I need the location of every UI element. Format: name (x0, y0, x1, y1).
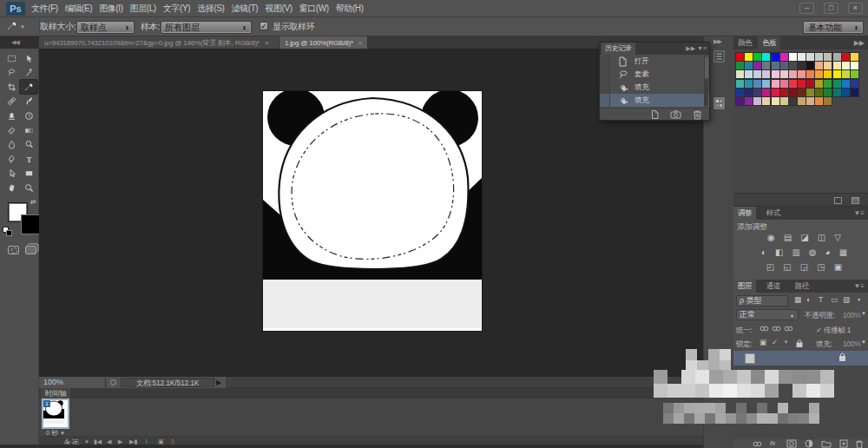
color-swatch[interactable] (753, 53, 761, 61)
pen-tool[interactable] (3, 152, 20, 166)
exposure-adjustment-icon[interactable]: ◫ (818, 232, 825, 243)
tab-close-icon[interactable]: × (265, 39, 268, 47)
add-mask-icon[interactable] (786, 439, 797, 448)
color-swatch[interactable] (736, 89, 744, 96)
color-swatch[interactable] (806, 89, 814, 96)
document-canvas[interactable] (263, 91, 482, 331)
lock-position-icon[interactable]: + (784, 338, 788, 346)
threshold-adjustment-icon[interactable]: ◲ (800, 261, 808, 273)
animation-frame-thumbnail[interactable]: 1 (43, 400, 68, 427)
color-swatch[interactable] (851, 62, 858, 69)
tab-styles[interactable]: 样式 (762, 207, 785, 220)
history-item-3[interactable]: 填充 (600, 94, 709, 107)
adjustments-panel-menu-icon[interactable]: ▼≡ (853, 209, 865, 217)
color-swatch[interactable] (753, 97, 761, 105)
color-swatch[interactable] (824, 70, 832, 78)
color-swatch[interactable] (798, 89, 806, 96)
filter-adjustment-icon[interactable]: ◐ (806, 295, 811, 304)
zoom-level[interactable]: 100% (43, 377, 63, 388)
color-swatch[interactable] (762, 62, 770, 69)
path-select-tool[interactable] (3, 167, 20, 181)
curves-adjustment-icon[interactable]: ◪ (800, 232, 808, 243)
healing-brush-tool[interactable] (3, 95, 20, 109)
color-swatch[interactable] (780, 80, 788, 88)
color-swatch[interactable] (762, 97, 770, 105)
color-swatch[interactable] (833, 70, 841, 78)
hue-adjustment-icon[interactable]: ◐ (761, 247, 766, 258)
color-swatch[interactable] (851, 70, 858, 78)
layer-style-icon[interactable]: fx (770, 439, 775, 447)
color-swatch[interactable] (833, 80, 841, 88)
document-tab-0[interactable]: u=943189070,743210109&fm=27&gp=0.jpg @ 1… (39, 36, 279, 49)
menu-2[interactable]: 图像(I) (95, 0, 126, 17)
color-swatch[interactable] (815, 53, 823, 61)
show-ring-checkbox[interactable]: ✓ (260, 22, 268, 30)
history-check-cell[interactable] (600, 68, 610, 81)
history-item-2[interactable]: 填充 (600, 81, 709, 94)
link-layers-icon[interactable] (753, 440, 762, 448)
color-swatch[interactable] (789, 70, 797, 78)
default-colors-icon[interactable] (3, 227, 12, 236)
color-swatch[interactable] (842, 80, 850, 88)
color-swatch[interactable] (745, 80, 753, 88)
tab-color[interactable]: 颜色 (733, 36, 756, 49)
blur-tool[interactable] (3, 138, 20, 152)
color-swatch[interactable] (824, 89, 832, 96)
color-balance-adjustment-icon[interactable]: ◧ (775, 247, 783, 258)
color-swatch[interactable] (842, 53, 850, 61)
lock-all-icon[interactable] (796, 339, 803, 349)
color-swatch[interactable] (815, 62, 823, 69)
filter-shape-icon[interactable]: ▭ (831, 295, 838, 304)
vibrance-adjustment-icon[interactable]: ▽ (834, 232, 841, 243)
new-doc-from-state-icon[interactable] (650, 109, 661, 122)
color-swatch[interactable] (780, 70, 788, 78)
lock-pixels-icon[interactable]: ✓ (772, 338, 778, 346)
channel-mixer-adjustment-icon[interactable]: ◕ (825, 247, 831, 258)
menu-3[interactable]: 图层(L) (127, 0, 160, 17)
timeline-tab[interactable]: 时间轴 (41, 388, 70, 399)
color-swatch[interactable] (833, 62, 841, 69)
color-swatch[interactable] (772, 53, 779, 61)
quick-mask-icon[interactable] (8, 246, 19, 254)
color-swatch[interactable] (789, 97, 797, 105)
color-swatch[interactable] (789, 80, 797, 88)
lock-transparent-icon[interactable]: ▣ (760, 338, 766, 346)
swap-colors-icon[interactable]: ⇄ (30, 198, 36, 206)
color-swatch[interactable] (772, 89, 779, 96)
tab-paths[interactable]: 路径 (791, 280, 813, 293)
history-check-cell[interactable] (600, 81, 610, 94)
menu-1[interactable]: 编辑(E) (62, 0, 95, 17)
color-swatch[interactable] (736, 53, 744, 61)
color-swatch[interactable] (745, 97, 753, 105)
menu-4[interactable]: 文字(Y) (160, 0, 194, 17)
maximize-button[interactable]: □ (824, 3, 838, 14)
new-layer-icon[interactable] (839, 439, 848, 448)
propagate-checkmark[interactable]: ✓ (816, 326, 822, 334)
color-swatch[interactable] (815, 97, 823, 105)
color-swatch[interactable] (798, 70, 806, 78)
menu-6[interactable]: 滤镜(T) (228, 0, 262, 17)
magic-wand-tool[interactable] (20, 66, 37, 80)
menu-8[interactable]: 窗口(W) (296, 0, 332, 17)
color-swatch[interactable] (842, 62, 850, 69)
color-swatch[interactable] (753, 80, 761, 88)
menu-9[interactable]: 帮助(H) (332, 0, 367, 17)
history-item-1[interactable]: 套索 (600, 68, 709, 81)
color-swatch[interactable] (789, 89, 797, 96)
menu-0[interactable]: 文件(F) (28, 0, 62, 17)
color-swatch[interactable] (824, 80, 832, 88)
color-swatch[interactable] (789, 53, 797, 61)
opacity-arrow-icon[interactable]: ▼ (861, 311, 866, 316)
collapsed-panel-icon-2[interactable] (852, 197, 859, 204)
hand-tool[interactable] (3, 181, 20, 194)
eraser-tool[interactable] (3, 123, 20, 137)
dodge-tool[interactable] (20, 138, 37, 152)
color-swatch[interactable] (798, 53, 806, 61)
color-swatch[interactable] (745, 53, 753, 61)
filter-pixel-icon[interactable]: ▦ (794, 295, 801, 304)
tab-channels[interactable]: 通道 (762, 280, 785, 293)
color-swatch[interactable] (753, 89, 761, 96)
color-swatch[interactable] (745, 89, 753, 96)
tab-adjustments[interactable]: 调整 (733, 207, 756, 220)
filter-smart-icon[interactable]: ▨ (843, 295, 850, 304)
